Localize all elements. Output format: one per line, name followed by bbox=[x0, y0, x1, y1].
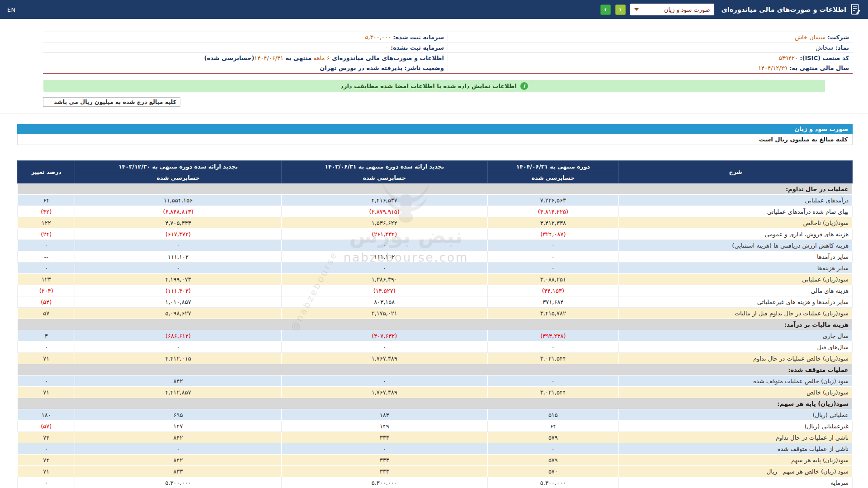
value-percent-change: (۲۴) bbox=[18, 229, 75, 240]
row-label: غیرعملیاتی (ریال) bbox=[618, 421, 852, 432]
company-info-value: ۵۳۹۴۲۰ bbox=[779, 55, 798, 61]
statement-row: ناشی از عملیات متوقف شده۰۰۰۰ bbox=[18, 443, 853, 455]
company-info-cell-right: سال مالی منتهی به: ۱۴۰۴/۱۲/۲۹ bbox=[448, 65, 853, 71]
row-label: سود(زیان) عملیات در حال تداوم قبل از مال… bbox=[618, 308, 852, 319]
statement-row: سود(زیان) خالص عملیات در حال تداوم۳,۰۲۱,… bbox=[18, 353, 853, 364]
statement-row: عملیاتی (ریال)۵۱۵۱۸۴۶۹۵۱۸۰ bbox=[18, 409, 853, 421]
value-percent-change: ۷۱ bbox=[18, 387, 75, 398]
company-info-cell-right: نماد: سخاش bbox=[448, 44, 853, 51]
statement-row: غیرعملیاتی (ریال)۶۴۱۴۹۱۴۷(۵۷) bbox=[18, 421, 853, 432]
row-label: سود(زیان) عملیاتی bbox=[618, 274, 852, 285]
row-label: سایر درآمدها و هزینه های غیرعملیاتی bbox=[618, 296, 852, 308]
value-period-restated-1: ۳۳۳ bbox=[281, 432, 487, 443]
company-info-label: منتهی به bbox=[283, 55, 314, 61]
company-info-label: سال مالی منتهی به: bbox=[788, 65, 849, 71]
value-period-restated-2: (۶۱۷,۳۷۲) bbox=[75, 229, 281, 240]
row-label: هزینه های فروش، اداری و عمومی bbox=[618, 229, 852, 240]
section-header-row: سود(زیان) پایه هر سهم: bbox=[18, 398, 853, 409]
section-header-row: عملیات متوقف شده: bbox=[18, 364, 853, 375]
value-period-restated-1: ۰ bbox=[281, 240, 487, 251]
value-period-current: ۳,۰۲۱,۵۴۴ bbox=[487, 387, 618, 398]
value-period-restated-1: (۴۰۷,۶۳۲) bbox=[281, 330, 487, 342]
table-header: شرح دوره منتهی به ۱۴۰۴/۰۶/۳۱ تجدید ارائه… bbox=[18, 161, 853, 183]
row-label: سود(زیان) پایه هر سهم bbox=[618, 455, 852, 466]
value-period-restated-2: ۰ bbox=[75, 342, 281, 353]
value-percent-change: ۷۱ bbox=[18, 353, 75, 364]
value-percent-change: (۲۰۴) bbox=[18, 285, 75, 296]
section-label: عملیات در حال تداوم: bbox=[18, 183, 853, 195]
value-percent-change: ۰ bbox=[18, 443, 75, 455]
value-period-restated-1: ۸۰۳,۱۵۸ bbox=[281, 296, 487, 308]
statement-row: سرمایه۵,۳۰۰,۰۰۰۵,۳۰۰,۰۰۰۵,۳۰۰,۰۰۰۰ bbox=[18, 477, 853, 488]
value-period-restated-2: ۴,۱۹۹,۰۷۳ bbox=[75, 274, 281, 285]
top-navbar: اطلاعات و صورت‌های مالی میاندوره‌ای صورت… bbox=[0, 0, 868, 19]
value-percent-change: ۰ bbox=[18, 240, 75, 251]
value-period-current: ۳۷۱,۶۸۴ bbox=[487, 296, 618, 308]
codal-financial-statement-page: اطلاعات و صورت‌های مالی میاندوره‌ای صورت… bbox=[0, 0, 868, 488]
section-header-row: عملیات در حال تداوم: bbox=[18, 183, 853, 195]
value-period-current: (۳۹۴,۲۳۸) bbox=[487, 330, 618, 342]
value-period-current: ۳,۴۱۵,۷۸۲ bbox=[487, 308, 618, 319]
column-header-period-restated-2: تجدید ارائه شده دوره منتهی به ۱۴۰۳/۱۲/۳۰ bbox=[75, 161, 281, 172]
statement-row: سال‌های قبل۰۰۰۰ bbox=[18, 342, 853, 353]
statement-tbody: عملیات در حال تداوم:درآمدهای عملیاتی۷,۲۲… bbox=[18, 183, 853, 488]
language-toggle-en[interactable]: EN bbox=[7, 6, 15, 13]
value-period-restated-1: ۴,۴۱۶,۵۳۷ bbox=[281, 195, 487, 206]
value-period-restated-2: ۰ bbox=[75, 443, 281, 455]
value-percent-change: ۷۴ bbox=[18, 432, 75, 443]
value-period-restated-1: ۱۴۹ bbox=[281, 421, 487, 432]
value-period-restated-2: ۰ bbox=[75, 263, 281, 274]
value-period-current: ۵,۳۰۰,۰۰۰ bbox=[487, 477, 618, 488]
chevron-right-icon: ‹ bbox=[619, 5, 621, 14]
statement-title-bar: صورت سود و زیان bbox=[17, 124, 853, 134]
company-info-label: وضعیت ناشر: bbox=[402, 65, 444, 71]
value-period-restated-2: ۱۱۱,۱۰۲ bbox=[75, 251, 281, 263]
value-percent-change: ۷۱ bbox=[18, 466, 75, 477]
row-label: سال جاری bbox=[618, 330, 852, 342]
row-label: سرمایه bbox=[618, 477, 852, 488]
units-note-box: کلیه مبالغ درج شده به میلیون ریال می باش… bbox=[43, 97, 180, 107]
value-period-restated-1: (۲۶۱,۳۳۴) bbox=[281, 229, 487, 240]
chevron-down-icon bbox=[634, 8, 639, 11]
value-period-current: ۰ bbox=[487, 263, 618, 274]
value-percent-change: (۵۴) bbox=[18, 296, 75, 308]
value-period-current: ۳,۰۲۱,۵۴۴ bbox=[487, 353, 618, 364]
value-period-restated-1: ۱,۵۳۶,۶۲۲ bbox=[281, 217, 487, 229]
statement-row: سال جاری(۳۹۴,۲۳۸)(۴۰۷,۶۳۲)(۶۸۶,۶۱۲)۳ bbox=[18, 330, 853, 342]
subheader-audited-3: حسابرسی شده bbox=[75, 172, 281, 183]
value-period-restated-1: ۳۳۳ bbox=[281, 466, 487, 477]
value-period-current: ۰ bbox=[487, 443, 618, 455]
value-period-current: (۴۴,۱۵۳) bbox=[487, 285, 618, 296]
value-period-restated-1: ۰ bbox=[281, 443, 487, 455]
value-percent-change: ۶۴ bbox=[18, 195, 75, 206]
row-label: سود (زیان) خالص عملیات متوقف شده bbox=[618, 375, 852, 387]
signed-info-banner: i اطلاعات نمایش داده شده با اطلاعات امضا… bbox=[43, 80, 825, 92]
value-period-restated-2: ۱,۰۱۰,۸۵۷ bbox=[75, 296, 281, 308]
row-label: عملیاتی (ریال) bbox=[618, 409, 852, 421]
value-period-current: ۵۱۵ bbox=[487, 409, 618, 421]
row-label: هزینه های مالی bbox=[618, 285, 852, 296]
company-info-row: شرکت: سیمان خاشسرمایه ثبت شده: ۵,۳۰۰,۰۰۰ bbox=[43, 32, 853, 42]
statement-type-dropdown[interactable]: صورت سود و زیان bbox=[630, 4, 714, 15]
next-statement-button[interactable]: › bbox=[600, 5, 611, 15]
value-percent-change: ۱۸۰ bbox=[18, 409, 75, 421]
row-label: سود (زیان) خالص هر سهم - ریال bbox=[618, 466, 852, 477]
value-percent-change: (۳۲) bbox=[18, 206, 75, 217]
company-info-cell-left: سرمایه ثبت نشده: ۰ bbox=[43, 44, 448, 51]
section-label: سود(زیان) پایه هر سهم: bbox=[18, 398, 853, 409]
company-info-label: نماد: bbox=[833, 44, 849, 51]
value-period-restated-2: ۴,۴۱۲,۰۱۵ bbox=[75, 353, 281, 364]
value-period-current: ۷,۲۲۶,۵۶۳ bbox=[487, 195, 618, 206]
value-period-restated-1: ۲,۱۷۵,۰۲۱ bbox=[281, 308, 487, 319]
value-period-restated-2: ۸۴۲ bbox=[75, 432, 281, 443]
column-header-period-restated-1: تجدید ارائه شده دوره منتهی به ۱۴۰۳/۰۶/۳۱ bbox=[281, 161, 487, 172]
value-period-current: ۰ bbox=[487, 342, 618, 353]
value-period-restated-2: ۶۹۵ bbox=[75, 409, 281, 421]
section-header-row: هزینه مالیات بر درآمد: bbox=[18, 319, 853, 330]
prev-statement-button[interactable]: ‹ bbox=[615, 5, 626, 15]
row-label: ناشی از عملیات متوقف شده bbox=[618, 443, 852, 455]
statement-row: درآمدهای عملیاتی۷,۲۲۶,۵۶۳۴,۴۱۶,۵۳۷۱۱,۵۵۴… bbox=[18, 195, 853, 206]
company-info-value: ۱۴۰۴/۱۲/۲۹ bbox=[758, 65, 788, 71]
value-percent-change: ۵۷ bbox=[18, 308, 75, 319]
statement-row: سود(زیان) عملیات در حال تداوم قبل از مال… bbox=[18, 308, 853, 319]
